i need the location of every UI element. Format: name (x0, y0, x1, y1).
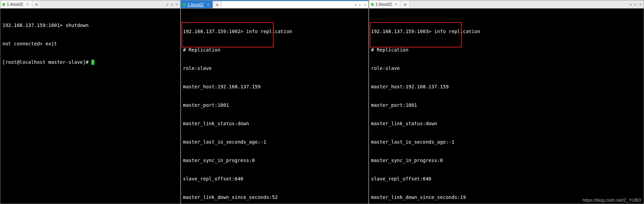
term-line: master_last_io_seconds_ago:-1 (371, 139, 642, 145)
term-line: master_link_down_since_seconds:52 (183, 194, 366, 200)
terminal-2[interactable]: 192.168.137.159:1002> info replication #… (181, 9, 368, 204)
tabbar-2: 1 linux02 × + ◂ ▸ ▾ (181, 0, 368, 9)
term-line: master_last_io_seconds_ago:-1 (183, 139, 366, 145)
close-icon[interactable]: × (395, 2, 397, 7)
term-line: # Replication (371, 47, 642, 53)
watermark: https://blog.csdn.net/Z_YUBO (583, 198, 641, 203)
add-tab-button[interactable]: + (32, 0, 41, 8)
status-dot-icon (183, 3, 186, 6)
nav-prev-icon[interactable]: ◂ (353, 2, 357, 7)
term-line: # Replication (183, 47, 366, 53)
nav-menu-icon[interactable]: ▾ (363, 2, 367, 7)
close-icon[interactable]: × (207, 2, 209, 7)
term-line: master_sync_in_progress:0 (183, 157, 366, 163)
term-line: master_host:192.168.137.159 (183, 84, 366, 90)
add-tab-button[interactable]: + (401, 0, 410, 8)
term-line: master_link_status:down (371, 120, 642, 127)
tab-linux02-3[interactable]: 1 linux02 × (369, 0, 401, 8)
term-line: role:slave (183, 65, 366, 71)
term-line: 192.168.137.159:1003> info replication (371, 28, 642, 34)
nav-prev-icon[interactable]: ◂ (165, 2, 169, 7)
term-line: slave_repl_offset:640 (371, 176, 642, 182)
tab-nav-arrows: ◂ ▸ ▾ (352, 2, 368, 7)
nav-menu-icon[interactable]: ▾ (175, 2, 179, 7)
terminal-pane-2: 1 linux02 × + ◂ ▸ ▾ 192.168.137.159:1002… (181, 0, 369, 204)
cursor-icon (91, 60, 94, 65)
nav-next-icon[interactable]: ▸ (170, 2, 174, 7)
term-line: [root@localhost master-slave]# (2, 59, 178, 65)
term-line: 192.168.137.159:1001> shutdown (2, 22, 178, 28)
tab-linux02-2[interactable]: 1 linux02 × (181, 1, 213, 8)
term-line: master_sync_in_progress:0 (371, 157, 642, 163)
highlight-box (182, 22, 274, 47)
tab-linux02-1[interactable]: 1 linux02 × (0, 0, 32, 8)
nav-prev-icon[interactable]: ◂ (629, 2, 632, 7)
tab-label: 1 linux02 (7, 2, 23, 7)
tab-label: 1 linux02 (375, 2, 392, 7)
status-dot-icon (371, 3, 374, 6)
tab-label: 1 linux02 (187, 2, 204, 7)
tab-nav-arrows: ◂ ▸ ▾ (627, 2, 644, 7)
term-line: role:slave (371, 65, 642, 71)
terminal-pane-1: 1 linux02 × + ◂ ▸ ▾ 192.168.137.159:1001… (0, 0, 181, 204)
add-tab-button[interactable]: + (213, 1, 221, 8)
terminal-3[interactable]: 192.168.137.159:1003> info replication #… (369, 9, 644, 204)
nav-next-icon[interactable]: ▸ (358, 2, 362, 7)
nav-next-icon[interactable]: ▸ (634, 2, 638, 7)
tabbar-1: 1 linux02 × + ◂ ▸ ▾ (0, 0, 180, 9)
highlight-box (370, 22, 462, 47)
term-line: master_port:1001 (183, 102, 366, 108)
term-line: slave_repl_offset:640 (183, 176, 366, 182)
term-line: master_link_status:down (183, 120, 366, 127)
terminal-pane-3: 1 linux02 × + ◂ ▸ ▾ 192.168.137.159:1003… (369, 0, 644, 204)
status-dot-icon (2, 3, 5, 6)
term-line: not connected> exit (2, 41, 178, 47)
nav-menu-icon[interactable]: ▾ (639, 2, 642, 7)
term-line: master_host:192.168.137.159 (371, 84, 642, 90)
tabbar-3: 1 linux02 × + ◂ ▸ ▾ (369, 0, 644, 9)
prompt-text: [root@localhost master-slave]# (2, 59, 91, 65)
close-icon[interactable]: × (26, 2, 29, 7)
term-line: 192.168.137.159:1002> info replication (183, 28, 366, 34)
terminal-1[interactable]: 192.168.137.159:1001> shutdown not conne… (0, 9, 180, 204)
term-line: master_port:1001 (371, 102, 642, 108)
tab-nav-arrows: ◂ ▸ ▾ (164, 2, 180, 7)
